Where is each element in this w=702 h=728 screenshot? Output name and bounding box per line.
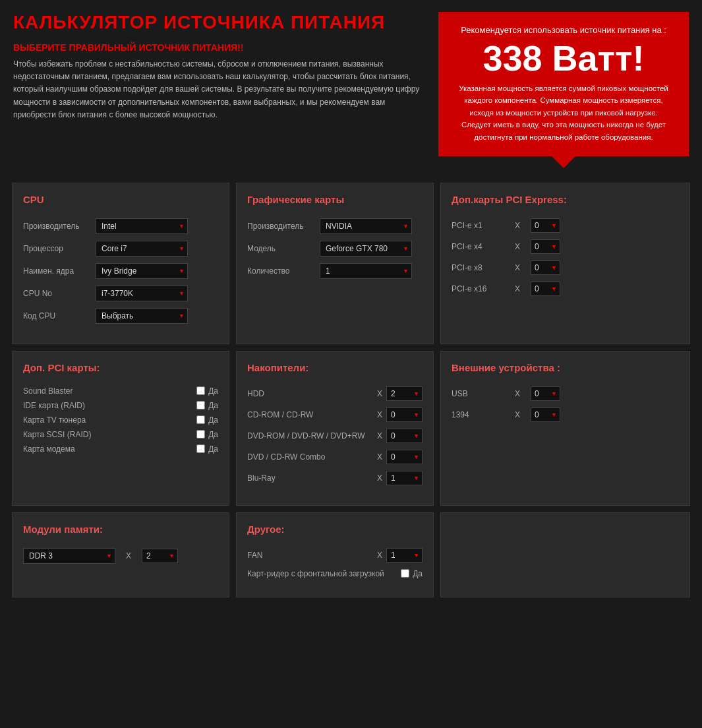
row2: Доп. PCI карты: Sound Blaster Да IDE кар… [12,351,690,506]
cpu-code-select[interactable]: Выбрать [96,308,188,324]
pcie-x1-select-wrapper[interactable]: 0123 [531,218,560,233]
sound-blaster-yes: Да [208,386,218,396]
tv-tuner-checkbox[interactable] [196,415,205,424]
ieee1394-select[interactable]: 012 [531,408,560,422]
gpu-manufacturer-select[interactable]: NVIDIA AMD [320,218,412,234]
cpu-processor-select[interactable]: Core i7 Core i5 Core i3 [96,241,188,257]
cpu-manufacturer-row: Производитель Intel AMD [23,218,218,234]
header-left: КАЛЬКУЛЯТОР ИСТОЧНИКА ПИТАНИЯ ВЫБЕРИТЕ П… [13,12,425,156]
sound-blaster-checkbox[interactable] [196,386,205,395]
pcie-x8-label: PCI-e x8 [452,263,504,272]
tv-tuner-label: Карта TV тюнера [23,415,196,425]
fan-select[interactable]: 1023 [386,548,423,562]
cpu-no-select-wrapper[interactable]: i7-3770K i7-3770 [96,286,188,301]
cpu-manufacturer-select[interactable]: Intel AMD [96,218,188,234]
usb-select-wrapper[interactable]: 01234 [531,386,560,401]
pcie-x1-x: X [515,221,520,230]
modem-label: Карта модема [23,444,196,454]
usb-select[interactable]: 01234 [531,386,560,401]
rec-watts: 338 Ватт! [454,40,673,76]
hdd-select-wrapper[interactable]: 20134 [386,386,423,401]
pcie-panel: Доп.карты PCI Express: PCI-e x1 X 0123 P… [440,183,690,344]
pcie-x16-row: PCI-e x16 X 012 [452,282,679,296]
cpu-manufacturer-select-wrapper[interactable]: Intel AMD [96,218,188,234]
other-panel: Другое: FAN X 1023 Карт-ридер с фронталь… [236,512,434,597]
gpu-model-select-wrapper[interactable]: Geforce GTX 780 Geforce GTX 770 [320,241,412,257]
cpu-core-select[interactable]: Ivy Bridge Sandy Bridge [96,263,188,279]
gpu-count-select-wrapper[interactable]: 1 2 3 [320,263,412,279]
pcie-x4-select[interactable]: 012 [531,239,560,254]
gpu-count-select[interactable]: 1 2 3 [320,263,412,279]
cpu-panel: CPU Производитель Intel AMD Процессор Co… [12,183,229,344]
pci-cards-panel: Доп. PCI карты: Sound Blaster Да IDE кар… [12,351,229,506]
cdrom-label: CD-ROM / CD-RW [247,410,373,419]
memory-type-select-wrapper[interactable]: DDR 3 DDR 2 DDR [23,548,115,564]
ieee1394-select-wrapper[interactable]: 012 [531,408,560,422]
fan-select-wrapper[interactable]: 1023 [386,548,423,562]
cpu-no-select[interactable]: i7-3770K i7-3770 [96,286,188,301]
memory-count-select[interactable]: 2148 [142,549,178,563]
pcie-x1-select[interactable]: 0123 [531,218,560,233]
dvd-select[interactable]: 012 [386,429,423,443]
cardreader-checkbox[interactable] [401,569,409,578]
hdd-select[interactable]: 20134 [386,386,423,401]
cpu-no-label: CPU No [23,289,96,298]
ide-raid-yes: Да [208,401,218,410]
cardreader-label: Карт-ридер с фронтальной загрузкой [247,569,401,578]
cpu-processor-label: Процессор [23,244,96,253]
ieee1394-label: 1394 [452,410,504,419]
pci-cards-title: Доп. PCI карты: [23,362,218,376]
cardreader-yes: Да [413,569,423,578]
cpu-processor-row: Процессор Core i7 Core i5 Core i3 [23,241,218,257]
cpu-code-select-wrapper[interactable]: Выбрать [96,308,188,324]
row1: CPU Производитель Intel AMD Процессор Co… [12,183,690,344]
memory-panel-title: Модули памяти: [23,524,218,537]
cpu-processor-select-wrapper[interactable]: Core i7 Core i5 Core i3 [96,241,188,257]
scsi-raid-label: Карта SCSI (RAID) [23,430,196,439]
pcie-panel-title: Доп.карты PCI Express: [452,194,679,208]
modem-checkbox[interactable] [196,444,205,453]
rec-label: Рекомендуется использовать источник пита… [454,25,673,35]
pcie-x8-select-wrapper[interactable]: 012 [531,260,560,275]
main-content: CPU Производитель Intel AMD Процессор Co… [0,163,702,609]
cpu-code-row: Код CPU Выбрать [23,308,218,324]
fan-row: FAN X 1023 [247,548,423,562]
sound-blaster-row: Sound Blaster Да [23,386,218,396]
dvd-combo-x: X [377,452,382,462]
pcie-x16-select[interactable]: 012 [531,282,560,296]
dvd-combo-select[interactable]: 012 [386,450,423,464]
pcie-x8-select[interactable]: 012 [531,260,560,275]
dvd-label: DVD-ROM / DVD-RW / DVD+RW [247,431,373,440]
cdrom-select-wrapper[interactable]: 012 [386,408,423,422]
dvd-combo-select-wrapper[interactable]: 012 [386,450,423,464]
bluray-select-wrapper[interactable]: 102 [386,471,423,485]
pcie-x16-select-wrapper[interactable]: 012 [531,282,560,296]
usb-row: USB X 01234 [452,386,679,401]
ide-raid-checkbox[interactable] [196,401,205,410]
memory-count-select-wrapper[interactable]: 2148 [142,549,178,563]
cdrom-select[interactable]: 012 [386,408,423,422]
pcie-x4-label: PCI-e x4 [452,242,504,251]
bluray-label: Blu-Ray [247,473,373,483]
header-section: КАЛЬКУЛЯТОР ИСТОЧНИКА ПИТАНИЯ ВЫБЕРИТЕ П… [0,0,702,163]
ide-raid-row: IDE карта (RAID) Да [23,401,218,410]
pcie-x4-select-wrapper[interactable]: 012 [531,239,560,254]
pcie-x16-label: PCI-e x16 [452,284,504,293]
scsi-raid-checkbox[interactable] [196,430,205,439]
external-panel: Внешние устройства : USB X 01234 1394 X … [440,351,690,506]
storage-panel-title: Накопители: [247,362,423,376]
gpu-count-label: Количество [247,266,320,276]
rec-note: Указанная мощность является суммой пиков… [454,82,673,143]
ide-raid-label: IDE карта (RAID) [23,401,196,410]
bluray-select[interactable]: 102 [386,471,423,485]
dvd-combo-label: DVD / CD-RW Combo [247,452,373,462]
dvd-select-wrapper[interactable]: 012 [386,429,423,443]
cpu-panel-title: CPU [23,194,218,208]
cpu-core-select-wrapper[interactable]: Ivy Bridge Sandy Bridge [96,263,188,279]
gpu-manufacturer-select-wrapper[interactable]: NVIDIA AMD [320,218,412,234]
gpu-model-select[interactable]: Geforce GTX 780 Geforce GTX 770 [320,241,412,257]
tv-tuner-yes: Да [208,415,218,425]
memory-type-select[interactable]: DDR 3 DDR 2 DDR [23,548,115,564]
memory-x: X [126,551,131,561]
cpu-no-row: CPU No i7-3770K i7-3770 [23,286,218,301]
